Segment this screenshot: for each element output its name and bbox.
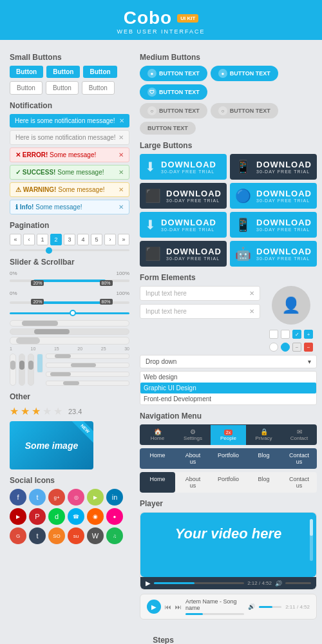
large-btn-8[interactable]: 🤖 DOWNLOAD 30-DAY FREE TRIAL bbox=[230, 241, 317, 267]
small-blue-button-3[interactable]: Button bbox=[83, 66, 117, 78]
scrollbar-vertical-1[interactable] bbox=[10, 354, 16, 386]
medium-blue-btn-1[interactable]: ●BUTTON TEXT bbox=[140, 66, 207, 81]
page-first[interactable]: « bbox=[10, 234, 21, 245]
form-input-1[interactable]: Input text here ✕ bbox=[140, 286, 260, 301]
audio-volume-icon[interactable]: 🔊 bbox=[248, 603, 255, 610]
video-progress-bar[interactable] bbox=[154, 582, 244, 584]
nav1-home[interactable]: 🏠 Home bbox=[140, 424, 175, 445]
scrollbar-horizontal-1[interactable] bbox=[10, 320, 129, 327]
pagination-slider[interactable] bbox=[10, 249, 129, 251]
input-clear-2[interactable]: ✕ bbox=[249, 308, 254, 315]
volume-icon[interactable]: 🔊 bbox=[275, 580, 282, 587]
form-dropdown[interactable]: Drop down ▾ bbox=[140, 355, 317, 368]
large-btn-3[interactable]: ⬛ DOWNLOAD 30-DAY FREE TRIAL bbox=[140, 183, 227, 209]
page-5[interactable]: 5 bbox=[91, 234, 102, 245]
nav2-contact[interactable]: Contact us bbox=[281, 448, 317, 469]
scrollbar-h-sm-1[interactable] bbox=[46, 354, 129, 359]
nav3-contact[interactable]: Contact us bbox=[281, 472, 317, 493]
range-slider-2[interactable]: 20% 80% bbox=[10, 298, 129, 307]
slider-simple-1[interactable] bbox=[10, 310, 129, 317]
nav1-people[interactable]: 2x People bbox=[211, 425, 246, 445]
social-dribbble-icon[interactable]: ◎ bbox=[68, 489, 84, 506]
star-5[interactable]: ★ bbox=[53, 405, 62, 417]
large-btn-1[interactable]: ⬇ DOWNLOAD 30-DAY FREE TRIAL bbox=[140, 154, 227, 180]
checkbox-2[interactable] bbox=[281, 330, 290, 339]
range-slider-1[interactable]: 20% 80% bbox=[10, 279, 129, 289]
star-1[interactable]: ★ bbox=[10, 405, 19, 417]
checkbox-5[interactable]: − bbox=[304, 343, 313, 352]
nav3-portfolio[interactable]: Portfolio bbox=[211, 472, 246, 493]
page-next[interactable]: › bbox=[104, 234, 116, 245]
nav1-privacy[interactable]: 🔒 Privacy bbox=[246, 424, 281, 445]
scrollbar-horizontal-2[interactable] bbox=[10, 328, 129, 335]
nav3-about[interactable]: About us bbox=[175, 472, 211, 493]
list-item-2[interactable]: Graphic UI Design bbox=[140, 383, 316, 393]
large-btn-4[interactable]: 🔵 DOWNLOAD 30-DAY FREE TRIAL bbox=[230, 183, 317, 209]
play-button[interactable]: ▶ bbox=[146, 580, 151, 587]
notif-close-error[interactable]: ✕ bbox=[118, 151, 124, 158]
small-blue-button-1[interactable]: Button bbox=[10, 66, 43, 78]
star-rating[interactable]: ★ ★ ★ ★ ★ bbox=[10, 405, 62, 417]
large-btn-5[interactable]: ⬇ DOWNLOAD 30-DAY FREE TRIAL bbox=[140, 212, 227, 238]
form-input-2[interactable]: Input text here ✕ bbox=[140, 304, 260, 319]
page-prev[interactable]: ‹ bbox=[23, 234, 35, 245]
scrollbar-h-sm-2[interactable] bbox=[46, 363, 129, 368]
nav2-blog[interactable]: Blog bbox=[246, 448, 281, 469]
social-spotify-icon[interactable]: ♫ bbox=[106, 527, 123, 544]
video-area[interactable]: Your video here bbox=[140, 513, 316, 577]
checkbox-minus[interactable]: − bbox=[292, 343, 301, 352]
social-facebook-icon[interactable]: f bbox=[10, 489, 26, 506]
scrollbar-horizontal-3[interactable] bbox=[10, 337, 129, 345]
nav3-home[interactable]: Home bbox=[140, 472, 175, 493]
list-item-1[interactable]: Web design bbox=[140, 372, 316, 383]
social-youtube-icon[interactable]: ▶ bbox=[10, 508, 26, 525]
volume-bar[interactable] bbox=[285, 582, 311, 584]
nav3-blog[interactable]: Blog bbox=[246, 472, 281, 493]
social-googleplus-icon[interactable]: g+ bbox=[48, 489, 65, 506]
page-3[interactable]: 3 bbox=[64, 234, 75, 245]
medium-gray-btn-2[interactable]: ○BUTTON TEXT bbox=[211, 103, 278, 118]
medium-gray-btn-1[interactable]: ○BUTTON TEXT bbox=[140, 103, 207, 118]
social-vimeo-icon[interactable]: ▶ bbox=[87, 489, 104, 506]
list-item-3[interactable]: Front-end Development bbox=[140, 393, 316, 404]
small-gray-button-1[interactable]: Button bbox=[10, 81, 43, 95]
social-skype-icon[interactable]: ☎ bbox=[68, 508, 84, 525]
page-1[interactable]: 1 bbox=[37, 234, 48, 245]
nav2-portfolio[interactable]: Portfolio bbox=[211, 448, 246, 469]
social-twitter-icon[interactable]: t bbox=[29, 489, 46, 506]
small-gray-button-3[interactable]: Button bbox=[82, 81, 115, 95]
notif-close-warning[interactable]: ✕ bbox=[118, 186, 124, 193]
audio-progress-bar[interactable] bbox=[185, 613, 244, 615]
social-google-icon[interactable]: G bbox=[10, 527, 26, 544]
small-blue-button-2[interactable]: Button bbox=[46, 66, 80, 78]
medium-blue-btn-3[interactable]: 🛡BUTTON TEXT bbox=[140, 84, 207, 100]
scrollbar-h-sm-4[interactable] bbox=[46, 381, 129, 386]
nav2-home[interactable]: Home bbox=[140, 448, 175, 469]
radio-2[interactable] bbox=[281, 343, 290, 352]
social-pinterest-icon[interactable]: P bbox=[29, 508, 46, 525]
audio-prev-button[interactable]: ⏮ bbox=[165, 603, 171, 611]
notif-close-success[interactable]: ✕ bbox=[118, 169, 124, 176]
scrollbar-vertical-2[interactable] bbox=[19, 354, 25, 386]
notif-close-info[interactable]: ✕ bbox=[118, 204, 124, 211]
scrollbar-vertical-4[interactable] bbox=[37, 354, 43, 373]
large-btn-2[interactable]: 📱 DOWNLOAD 30-DAY FREE TRIAL bbox=[230, 154, 317, 180]
scrollbar-vertical-3[interactable] bbox=[28, 354, 34, 386]
large-btn-7[interactable]: ⬛ DOWNLOAD 30-DAY FREE TRIAL bbox=[140, 241, 227, 267]
medium-blue-btn-2[interactable]: ●BUTTON TEXT bbox=[211, 66, 278, 81]
checkbox-3[interactable]: ✓ bbox=[292, 330, 301, 339]
notif-close-white[interactable]: ✕ bbox=[118, 134, 124, 141]
scrollbar-h-sm-3[interactable] bbox=[46, 372, 129, 377]
star-3[interactable]: ★ bbox=[32, 405, 41, 417]
small-gray-button-2[interactable]: Button bbox=[46, 81, 79, 95]
nav2-about[interactable]: About us bbox=[175, 448, 211, 469]
social-tumblr-icon[interactable]: t bbox=[29, 527, 46, 544]
social-wikipedia-icon[interactable]: W bbox=[87, 527, 104, 544]
social-flickr-icon[interactable]: ● bbox=[106, 508, 123, 525]
checkbox-1[interactable] bbox=[269, 330, 278, 339]
star-2[interactable]: ★ bbox=[21, 405, 30, 417]
audio-volume-bar[interactable] bbox=[259, 606, 281, 608]
input-clear-1[interactable]: ✕ bbox=[249, 290, 254, 297]
social-deviantart-icon[interactable]: d bbox=[48, 508, 65, 525]
page-4[interactable]: 4 bbox=[77, 234, 89, 245]
